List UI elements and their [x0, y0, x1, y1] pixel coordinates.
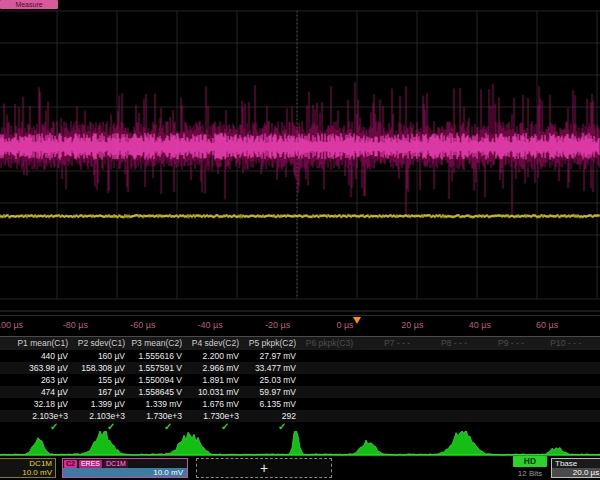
measure-value: 292 [242, 410, 296, 422]
c2-scale-value: 10.0 mV [63, 468, 187, 477]
measure-table-row: 263 µV155 µV1.550094 V1.891 mV25.03 mV [0, 374, 600, 386]
measure-value: 6.135 mV [242, 398, 296, 410]
measure-value: 2.200 mV [185, 350, 239, 362]
measure-table-row: 440 µV160 µV1.555616 V2.200 mV27.97 mV [0, 350, 600, 362]
histogram-trace [0, 431, 600, 458]
measure-table-row: 474 µV167 µV1.558645 V10.031 mV59.97 mV [0, 386, 600, 398]
time-axis-label: -20 µs [256, 320, 300, 330]
channel-descriptor-c1[interactable]: DC1M 10.0 mV [0, 458, 56, 478]
measure-value: 27.97 mV [242, 350, 296, 362]
measure-value: 1.339 mV [128, 398, 182, 410]
measure-param-header[interactable]: P9 - - - [470, 337, 524, 349]
measure-param-header[interactable]: P1 mean(C1) [14, 337, 68, 349]
waveform-grid-area[interactable] [0, 0, 600, 316]
measure-value: 1.399 µV [71, 398, 125, 410]
c1-coupling-label: DC1M [0, 459, 55, 468]
measure-value: 1.891 mV [185, 374, 239, 386]
measure-value: 2.103e+3 [71, 410, 125, 422]
trace-annotation-chip: Measure [0, 0, 58, 9]
measure-value: 2.966 mV [185, 362, 239, 374]
measure-value: 158.308 µV [71, 362, 125, 374]
measure-value: 263 µV [14, 374, 68, 386]
measure-value: 2.103e+3 [14, 410, 68, 422]
measure-param-header[interactable]: P7 - - - [356, 337, 410, 349]
measure-param-header[interactable]: P3 mean(C2) [128, 337, 182, 349]
measure-value: 33.477 mV [242, 362, 296, 374]
measure-value: 1.555616 V [128, 350, 182, 362]
trigger-position-marker[interactable] [353, 317, 361, 324]
measure-param-header[interactable]: P5 pkpk(C2) [242, 337, 296, 349]
measure-value: 1.676 mV [185, 398, 239, 410]
timebase-value: 20.0 µs [552, 468, 600, 477]
measure-value: 32.18 µV [14, 398, 68, 410]
measure-value: 59.97 mV [242, 386, 296, 398]
measure-param-header[interactable]: P8 - - - [413, 337, 467, 349]
time-axis-label: 60 µs [525, 320, 569, 330]
c1-scale-value: 10.0 mV [0, 468, 55, 477]
measure-value: 25.03 mV [242, 374, 296, 386]
measure-table-row: 2.103e+32.103e+31.730e+31.730e+3292 [0, 410, 600, 422]
time-axis-label: 40 µs [458, 320, 502, 330]
measure-value: 1.730e+3 [185, 410, 239, 422]
measure-value: 155 µV [71, 374, 125, 386]
measure-value: 474 µV [14, 386, 68, 398]
measure-value: 1.557591 V [128, 362, 182, 374]
channel-descriptor-c2[interactable]: C2 ERES DC1M 10.0 mV [62, 458, 188, 478]
measure-value: 10.031 mV [185, 386, 239, 398]
measure-param-header[interactable]: P6 pkpk(C3) [299, 337, 353, 349]
time-axis-label: -40 µs [188, 320, 232, 330]
c2-eres-badge: ERES [79, 460, 102, 468]
measure-value: 160 µV [71, 350, 125, 362]
add-trace-button[interactable]: + [196, 458, 332, 478]
time-axis-label: -60 µs [121, 320, 165, 330]
measure-value: 1.558645 V [128, 386, 182, 398]
measure-value: 1.550094 V [128, 374, 182, 386]
measure-param-header[interactable]: P4 sdev(C2) [185, 337, 239, 349]
time-axis-label: -100 µs [0, 320, 30, 330]
hd-mode-badge[interactable]: HD [513, 456, 547, 467]
oscilloscope-screen: Measure -100 µs-80 µs-60 µs-40 µs-20 µs0… [0, 0, 600, 480]
measure-value: 440 µV [14, 350, 68, 362]
measure-param-header[interactable]: P2 sdev(C1) [71, 337, 125, 349]
measure-value: 1.730e+3 [128, 410, 182, 422]
time-axis-label: -80 µs [53, 320, 97, 330]
measure-table-row: 363.98 µV158.308 µV1.557591 V2.966 mV33.… [0, 362, 600, 374]
time-axis-label: 20 µs [390, 320, 434, 330]
c2-name-badge: C2 [64, 460, 77, 468]
c2-badge-row: C2 ERES DC1M [63, 459, 187, 468]
measure-table-row: 32.18 µV1.399 µV1.339 mV1.676 mV6.135 mV [0, 398, 600, 410]
time-axis: -100 µs-80 µs-60 µs-40 µs-20 µs0 µs20 µs… [0, 315, 600, 336]
measure-param-header[interactable]: P10 - - - [527, 337, 581, 349]
timebase-label: Tbase [552, 459, 600, 468]
measure-value: 167 µV [71, 386, 125, 398]
measure-value: 363.98 µV [14, 362, 68, 374]
hd-bits-label: 12 Bits [506, 469, 554, 478]
timebase-descriptor[interactable]: Tbase 20.0 µs [551, 458, 600, 478]
c2-coupling-badge: DC1M [104, 460, 128, 468]
measure-table: P1 mean(C1)P2 sdev(C1)P3 mean(C2)P4 sdev… [0, 336, 600, 432]
